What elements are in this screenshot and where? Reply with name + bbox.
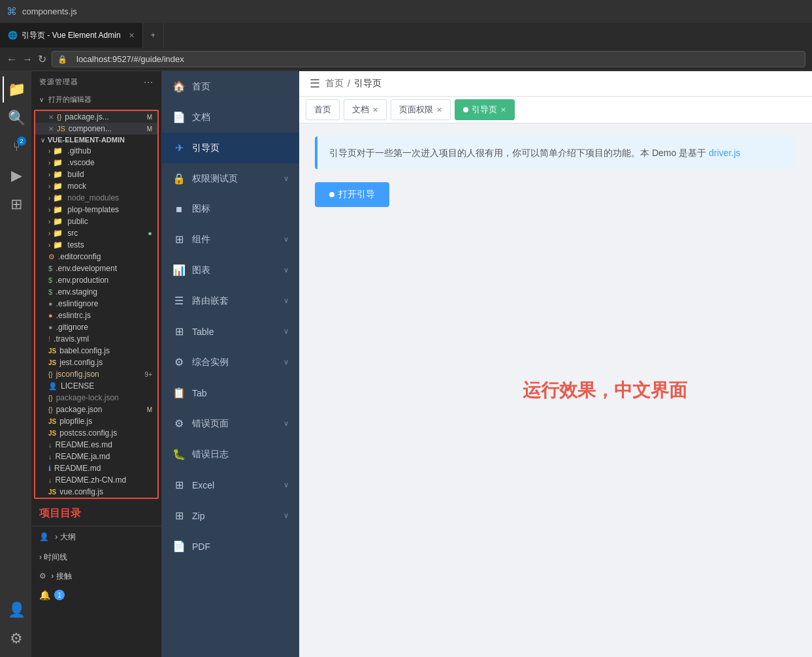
browser-tabstrip: 🌐 引导页 - Vue Element Admin ✕ + bbox=[0, 23, 812, 48]
more-options-icon[interactable]: ··· bbox=[144, 76, 154, 87]
file-plopfile[interactable]: JS plopfile.js bbox=[35, 415, 157, 427]
address-input[interactable] bbox=[70, 52, 800, 67]
activity-debug[interactable]: ▶ bbox=[3, 163, 29, 189]
nav-docs[interactable]: 📄 文档 bbox=[162, 102, 299, 133]
file-jest[interactable]: JS jest.config.js bbox=[35, 357, 157, 368]
file-env-dev[interactable]: $ .env.development bbox=[35, 263, 157, 274]
file-travis[interactable]: ! .travis.yml bbox=[35, 333, 157, 345]
file-package-json[interactable]: {} package.json M bbox=[35, 404, 157, 415]
close-icon-2[interactable]: ✕ bbox=[48, 125, 54, 133]
nav-tab[interactable]: 📋 Tab bbox=[162, 377, 299, 408]
browser-tab-active[interactable]: 🌐 引导页 - Vue Element Admin ✕ bbox=[0, 23, 143, 48]
breadcrumb-current: 引导页 bbox=[354, 78, 382, 89]
open-editors-section[interactable]: ∨ 打开的编辑器 bbox=[31, 92, 161, 107]
new-tab-btn[interactable]: + bbox=[143, 23, 164, 48]
activity-account[interactable]: 👤 bbox=[3, 597, 29, 623]
file-eslintignore[interactable]: ● .eslintignore bbox=[35, 298, 157, 310]
file-readme-ja[interactable]: ↓ README.ja.md bbox=[35, 451, 157, 462]
file-readme-md[interactable]: ℹ README.md bbox=[35, 462, 157, 474]
nav-zip[interactable]: ⊞ Zip ∨ bbox=[162, 500, 299, 531]
pkg-badge: M bbox=[147, 406, 152, 413]
driver-link[interactable]: driver.js bbox=[709, 148, 740, 158]
chevron-down-ex: ∨ bbox=[284, 358, 289, 366]
nav-home[interactable]: 🏠 首页 bbox=[162, 71, 299, 102]
file-readme-es[interactable]: ↓ README.es.md bbox=[35, 439, 157, 451]
dollar-icon-3: $ bbox=[48, 288, 52, 296]
tab-close-icon[interactable]: ✕ bbox=[129, 31, 135, 40]
breadcrumb-home[interactable]: 首页 bbox=[325, 78, 344, 89]
open-file-components[interactable]: ✕ JS componen... M bbox=[35, 123, 157, 135]
folder-build[interactable]: › 📁 build bbox=[35, 168, 157, 180]
info-text: 引导页对于一些第一次进入项目的人很有用，你可以简单介绍下项目的功能。本 Demo… bbox=[329, 148, 706, 158]
hamburger-icon[interactable]: ☰ bbox=[310, 76, 320, 91]
folder-vscode[interactable]: › 📁 .vscode bbox=[35, 157, 157, 168]
guide-icon: ✈ bbox=[172, 142, 186, 154]
project-root[interactable]: ∨ VUE-ELEMENT-ADMIN bbox=[35, 135, 157, 145]
file-package-lock[interactable]: {} package-lock.json bbox=[35, 392, 157, 404]
close-icon[interactable]: ✕ bbox=[48, 114, 54, 121]
folder-public[interactable]: › 📁 public bbox=[35, 216, 157, 227]
git-badge: 2 bbox=[17, 136, 26, 146]
btn-label: 打开引导 bbox=[338, 189, 375, 200]
nav-permission[interactable]: 🔒 权限测试页 ∨ bbox=[162, 163, 299, 194]
folder-tests[interactable]: › 📁 tests bbox=[35, 239, 157, 251]
filename-19: README.md bbox=[54, 464, 101, 473]
file-babel[interactable]: JS babel.config.js bbox=[35, 345, 157, 357]
contacts-section[interactable]: ⚙ › 接触 bbox=[31, 567, 161, 586]
file-name-2: componen... bbox=[69, 124, 112, 133]
folder-plop[interactable]: › 📁 plop-templates bbox=[35, 204, 157, 216]
open-guide-button[interactable]: 打开引导 bbox=[315, 182, 389, 207]
file-gitignore[interactable]: ● .gitignore bbox=[35, 321, 157, 333]
file-readme-zh[interactable]: ↓ README.zh-CN.md bbox=[35, 474, 157, 486]
nav-nested[interactable]: ☰ 路由嵌套 ∨ bbox=[162, 285, 299, 316]
tab-guide-close[interactable]: ✕ bbox=[500, 106, 506, 114]
lock-icon-nav: 🔒 bbox=[172, 172, 186, 185]
nav-components[interactable]: ⊞ 组件 ∨ bbox=[162, 224, 299, 255]
folder-src[interactable]: › 📁 src ● bbox=[35, 227, 157, 239]
forward-button[interactable]: → bbox=[22, 54, 33, 65]
nav-icon[interactable]: ◼ 图标 bbox=[162, 194, 299, 224]
page-tab-permission[interactable]: 页面权限 ✕ bbox=[391, 99, 451, 120]
tab-permission-close[interactable]: ✕ bbox=[436, 106, 442, 114]
chevron-down-excel: ∨ bbox=[284, 481, 289, 489]
open-file-package[interactable]: ✕ {} package.js... M bbox=[35, 111, 157, 123]
file-eslintrc[interactable]: ● .eslintrc.js bbox=[35, 310, 157, 321]
nav-excel[interactable]: ⊞ Excel ∨ bbox=[162, 470, 299, 500]
page-tab-guide[interactable]: 引导页 ✕ bbox=[455, 99, 515, 120]
folder-mock[interactable]: › 📁 mock bbox=[35, 180, 157, 192]
file-postcss[interactable]: JS postcss.config.js bbox=[35, 427, 157, 439]
folder-github[interactable]: › 📁 .github bbox=[35, 145, 157, 157]
activity-extensions[interactable]: ⊞ bbox=[3, 191, 29, 217]
file-license[interactable]: 👤 LICENSE bbox=[35, 380, 157, 392]
back-button[interactable]: ← bbox=[7, 54, 17, 65]
folder-node-modules[interactable]: › 📁 node_modules bbox=[35, 192, 157, 204]
nav-pdf[interactable]: 📄 PDF bbox=[162, 531, 299, 562]
page-content: 引导页对于一些第一次进入项目的人很有用，你可以简单介绍下项目的功能。本 Demo… bbox=[299, 123, 812, 220]
activity-files[interactable]: 📁 bbox=[3, 76, 29, 103]
nav-errorlog[interactable]: 🐛 错误日志 bbox=[162, 439, 299, 470]
nav-table[interactable]: ⊞ Table ∨ bbox=[162, 316, 299, 347]
json-icon-pkg: {} bbox=[48, 406, 53, 413]
file-badge-m: M bbox=[147, 114, 152, 121]
file-jsconfig[interactable]: {} jsconfig.json 9+ bbox=[35, 368, 157, 380]
info-icon: ℹ bbox=[48, 464, 51, 473]
page-tab-home[interactable]: 首页 bbox=[306, 99, 340, 120]
page-tab-docs[interactable]: 文档 ✕ bbox=[344, 99, 387, 120]
activity-settings[interactable]: ⚙ bbox=[3, 626, 29, 652]
tab-docs-close[interactable]: ✕ bbox=[372, 106, 378, 114]
file-editorconfig[interactable]: ⚙ .editorconfig bbox=[35, 251, 157, 263]
outline-section[interactable]: 👤 › 大纲 bbox=[31, 526, 161, 548]
file-vue-config[interactable]: JS vue.config.js bbox=[35, 486, 157, 498]
file-env-staging[interactable]: $ .env.staging bbox=[35, 286, 157, 298]
activity-search[interactable]: 🔍 bbox=[3, 105, 29, 131]
tab-docs-label: 文档 bbox=[352, 104, 369, 116]
nav-error-page[interactable]: ⚙ 错误页面 ∨ bbox=[162, 408, 299, 439]
refresh-button[interactable]: ↻ bbox=[38, 53, 46, 65]
nav-guide[interactable]: ✈ 引导页 bbox=[162, 133, 299, 163]
nav-charts[interactable]: 📊 图表 ∨ bbox=[162, 255, 299, 285]
errorlog-icon: 🐛 bbox=[172, 448, 186, 460]
nav-example[interactable]: ⚙ 综合实例 ∨ bbox=[162, 347, 299, 377]
file-env-prod[interactable]: $ .env.production bbox=[35, 274, 157, 286]
timeline-section[interactable]: › 时间线 bbox=[31, 548, 161, 567]
activity-git[interactable]: ⑂ 2 bbox=[3, 134, 29, 160]
